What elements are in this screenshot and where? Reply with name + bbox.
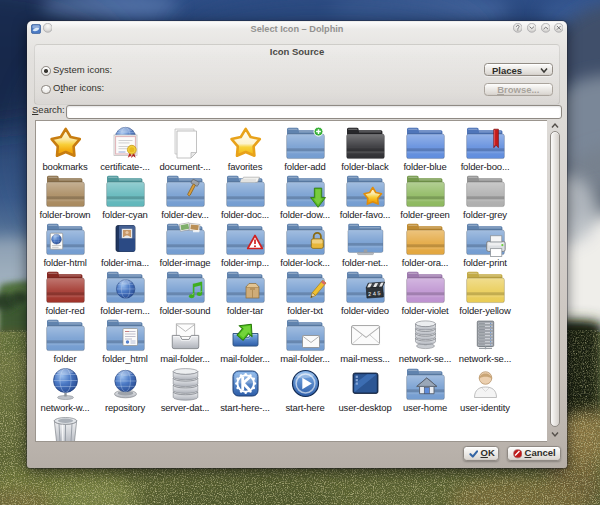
svg-text:2 4 5: 2 4 5 [367,290,380,297]
